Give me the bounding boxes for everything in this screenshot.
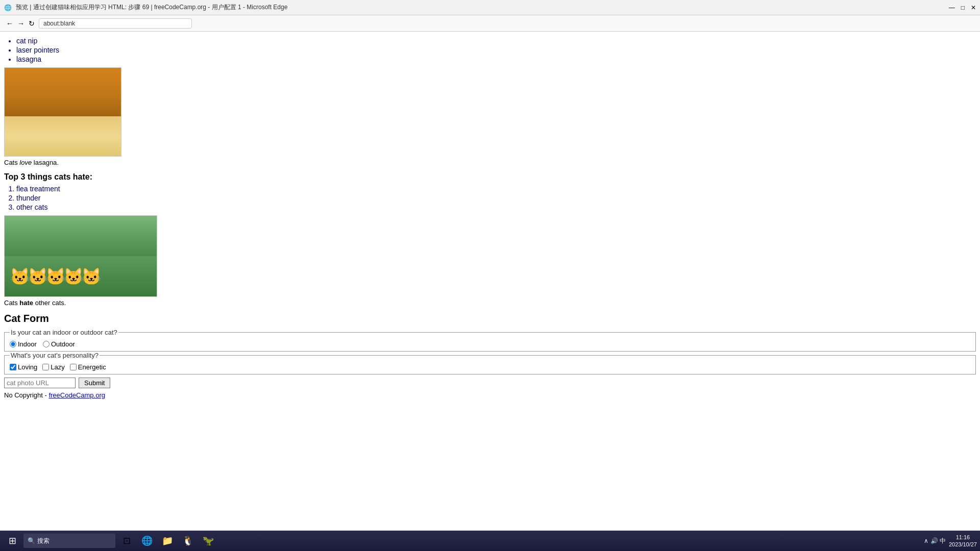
sys-tray: ∧ 🔊 中 [924, 537, 946, 545]
footer: No Copyright - freeCodeCamp.org [4, 391, 976, 399]
maximize-button[interactable]: □ [961, 4, 965, 11]
energetic-checkbox-label[interactable]: Energetic [70, 363, 106, 371]
lasagna-image [4, 67, 121, 157]
lazy-checkbox-label[interactable]: Lazy [42, 363, 64, 371]
checkbox-group: Loving Lazy Energetic [10, 363, 970, 371]
personality-legend: What's your cat's personality? [10, 352, 100, 359]
lazy-label: Lazy [51, 363, 64, 371]
titlebar-right[interactable]: — □ ✕ [949, 4, 976, 11]
start-button[interactable]: ⊞ [3, 533, 21, 549]
indoor-radio-label[interactable]: Indoor [10, 340, 37, 348]
lasagna-caption: Cats love lasagna. [4, 159, 976, 166]
list-item: lasagna [16, 55, 976, 63]
outdoor-label: Outdoor [51, 340, 75, 348]
list-item: laser pointers [16, 46, 976, 54]
hate-section-title: Top 3 things cats hate: [4, 172, 976, 182]
browser-favicon: 🌐 [4, 4, 12, 11]
submit-button[interactable]: Submit [79, 378, 110, 388]
list-item: other cats [16, 203, 976, 211]
cats-image [4, 215, 157, 297]
list-item: thunder [16, 194, 976, 202]
outdoor-radio[interactable] [43, 341, 50, 347]
address-input[interactable]: about:blank [39, 18, 192, 29]
clock-time: 11:16 [949, 534, 977, 541]
browser-titlebar: 🌐 预览 | 通过创建猫味相似应用学习 HTML: 步骤 69 | freeCo… [0, 0, 980, 15]
browser-title: 预览 | 通过创建猫味相似应用学习 HTML: 步骤 69 | freeCode… [16, 3, 287, 12]
file-explorer-icon[interactable]: 📁 [158, 533, 177, 549]
indoor-label: Indoor [18, 340, 37, 348]
search-label: 搜索 [37, 537, 50, 545]
close-button[interactable]: ✕ [971, 4, 976, 11]
loving-checkbox[interactable] [10, 364, 16, 370]
lazy-checkbox[interactable] [42, 364, 49, 370]
titlebar-left: 🌐 预览 | 通过创建猫味相似应用学习 HTML: 步骤 69 | freeCo… [4, 3, 287, 12]
cat-form: Is your cat an indoor or outdoor cat? In… [4, 329, 976, 388]
edge-browser-icon[interactable]: 🌐 [138, 533, 156, 549]
taskbar-right: ∧ 🔊 中 11:16 2023/10/27 [924, 534, 977, 548]
page-content: cat nip laser pointers lasagna Cats love… [0, 32, 980, 531]
back-icon[interactable]: ← [6, 19, 13, 28]
browser-addressbar: ← → ↻ about:blank [0, 15, 980, 32]
taskbar-clock: 11:16 2023/10/27 [949, 534, 977, 548]
caption-italic: love [19, 159, 32, 166]
personality-fieldset: What's your cat's personality? Loving La… [4, 352, 976, 374]
outdoor-radio-label[interactable]: Outdoor [43, 340, 75, 348]
energetic-label: Energetic [78, 363, 106, 371]
minimize-button[interactable]: — [949, 4, 955, 11]
indoor-outdoor-legend: Is your cat an indoor or outdoor cat? [10, 329, 118, 336]
list-item: flea treatment [16, 185, 976, 193]
form-title: Cat Form [4, 313, 976, 324]
list-item: cat nip [16, 37, 976, 45]
indoor-radio[interactable] [10, 341, 16, 347]
footer-text: No Copyright - [4, 391, 48, 399]
url-row: Submit [4, 378, 976, 388]
caption-prefix: Cats [4, 159, 19, 166]
loving-label: Loving [18, 363, 37, 371]
cats-caption: Cats hate other cats. [4, 299, 976, 307]
penguin-icon[interactable]: 🐧 [179, 533, 197, 549]
taskbar: ⊞ 🔍 搜索 ⊡ 🌐 📁 🐧 🦖 ∧ 🔊 中 11:16 2023/10/27 [0, 531, 980, 551]
clock-date: 2023/10/27 [949, 541, 977, 548]
cats-caption-suffix: other cats. [33, 299, 66, 307]
taskbar-search[interactable]: 🔍 搜索 [23, 534, 115, 548]
energetic-checkbox[interactable] [70, 364, 77, 370]
cat-photo-url-input[interactable] [4, 378, 76, 388]
caption-suffix: lasagna. [32, 159, 59, 166]
cat-icon[interactable]: 🦖 [199, 533, 217, 549]
tray-icons: ∧ 🔊 中 [924, 537, 946, 545]
search-icon: 🔍 [28, 537, 35, 544]
freecodecamp-link[interactable]: freeCodeCamp.org [48, 391, 105, 399]
task-view-button[interactable]: ⊡ [117, 533, 136, 549]
loves-list: cat nip laser pointers lasagna [16, 37, 976, 63]
forward-icon[interactable]: → [17, 19, 24, 28]
refresh-icon[interactable]: ↻ [29, 19, 35, 28]
indoor-outdoor-fieldset: Is your cat an indoor or outdoor cat? In… [4, 329, 976, 352]
hate-list: flea treatment thunder other cats [16, 185, 976, 211]
cats-caption-prefix: Cats [4, 299, 19, 307]
cats-caption-bold: hate [19, 299, 33, 307]
loving-checkbox-label[interactable]: Loving [10, 363, 37, 371]
radio-group: Indoor Outdoor [10, 340, 970, 348]
